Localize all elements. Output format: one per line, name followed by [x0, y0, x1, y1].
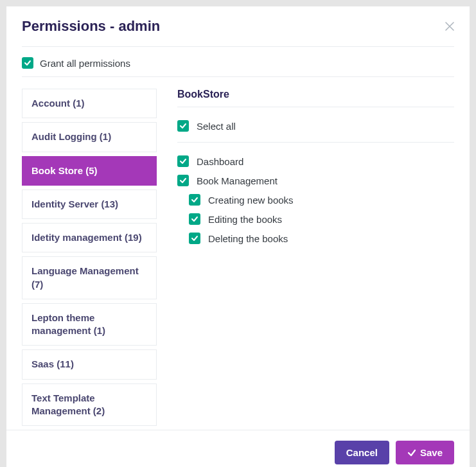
modal-header: Permissions - admin — [6, 6, 470, 41]
category-sidebar: Account (1) Audit Logging (1) Book Store… — [22, 89, 157, 430]
divider — [22, 76, 454, 77]
permissions-modal: Permissions - admin Grant all permission… — [6, 6, 470, 467]
check-icon — [191, 215, 198, 223]
permission-checkbox-editing-books[interactable] — [189, 213, 200, 225]
permission-panel: BookStore Select all Dashboard — [177, 89, 454, 430]
check-icon — [179, 157, 187, 165]
modal-content: Grant all permissions Account (1) Audit … — [6, 47, 470, 430]
sidebar-item-text-template[interactable]: Text Template Management (2) — [22, 383, 157, 427]
permission-label: Book Management — [197, 175, 278, 186]
permission-label: Editing the books — [208, 214, 282, 225]
check-icon — [179, 177, 187, 184]
modal-footer: Cancel Save — [6, 430, 470, 467]
permission-checkbox-creating-books[interactable] — [189, 194, 200, 206]
sidebar-item-audit-logging[interactable]: Audit Logging (1) — [22, 122, 157, 152]
grant-all-label: Grant all permissions — [40, 58, 130, 69]
permission-row: Creating new books — [177, 190, 454, 209]
permission-label: Dashboard — [197, 156, 243, 167]
sidebar-item-identity-management[interactable]: Idetity management (19) — [22, 223, 157, 252]
check-icon — [24, 59, 31, 67]
permission-checkbox-deleting-books[interactable] — [189, 233, 200, 244]
select-all-checkbox[interactable] — [177, 120, 189, 132]
cancel-button-label: Cancel — [346, 447, 378, 458]
permission-row: Deleting the books — [177, 229, 454, 248]
save-button[interactable]: Save — [396, 441, 454, 464]
permission-label: Deleting the books — [208, 233, 288, 244]
select-all-row: Select all — [177, 116, 454, 136]
sidebar-item-book-store[interactable]: Book Store (5) — [22, 156, 157, 186]
check-icon — [191, 234, 198, 242]
permission-checkbox-book-management[interactable] — [177, 175, 189, 186]
cancel-button[interactable]: Cancel — [335, 441, 389, 464]
check-icon — [191, 196, 198, 204]
permission-checkbox-dashboard[interactable] — [177, 155, 189, 167]
columns: Account (1) Audit Logging (1) Book Store… — [22, 89, 454, 430]
close-icon — [445, 22, 454, 31]
permission-row: Editing the books — [177, 209, 454, 229]
section-title: BookStore — [177, 89, 454, 100]
sidebar-item-language-management[interactable]: Language Management (7) — [22, 256, 157, 299]
close-button[interactable] — [445, 22, 454, 31]
divider — [177, 107, 454, 107]
check-icon — [179, 122, 187, 130]
grant-all-checkbox[interactable] — [22, 57, 33, 69]
select-all-label: Select all — [197, 121, 236, 132]
sidebar-item-lepton-theme[interactable]: Lepton theme management (1) — [22, 303, 157, 346]
sidebar-item-identity-server[interactable]: Identity Server (13) — [22, 189, 157, 219]
sidebar-item-saas[interactable]: Saas (11) — [22, 349, 157, 379]
modal-title: Permissions - admin — [22, 18, 160, 35]
save-button-label: Save — [420, 447, 443, 458]
sidebar-item-account[interactable]: Account (1) — [22, 89, 157, 118]
permission-row: Dashboard — [177, 152, 454, 171]
check-icon — [407, 448, 416, 457]
permission-row: Book Management — [177, 171, 454, 190]
grant-all-row: Grant all permissions — [22, 57, 454, 69]
permission-label: Creating new books — [208, 195, 294, 206]
divider — [177, 142, 454, 143]
